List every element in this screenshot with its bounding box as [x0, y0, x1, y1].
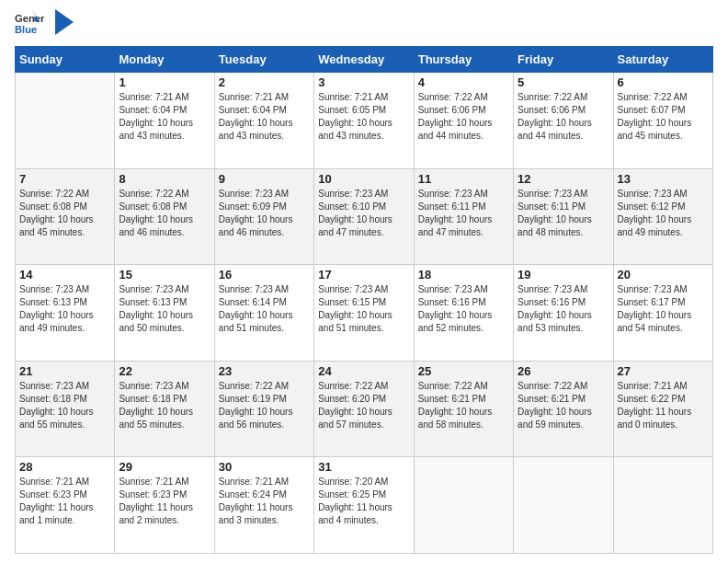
day-number: 17: [318, 268, 409, 282]
week-row-2: 14Sunrise: 7:23 AMSunset: 6:13 PMDayligh…: [16, 265, 713, 362]
svg-marker-3: [55, 9, 74, 35]
day-info: Sunrise: 7:22 AMSunset: 6:20 PMDaylight:…: [318, 380, 409, 431]
day-number: 13: [618, 172, 709, 186]
col-header-wednesday: Wednesday: [314, 47, 414, 73]
day-info: Sunrise: 7:21 AMSunset: 6:22 PMDaylight:…: [618, 380, 709, 431]
day-info: Sunrise: 7:20 AMSunset: 6:25 PMDaylight:…: [318, 476, 409, 527]
day-info: Sunrise: 7:23 AMSunset: 6:16 PMDaylight:…: [518, 283, 609, 335]
calendar-cell: 25Sunrise: 7:22 AMSunset: 6:21 PMDayligh…: [414, 361, 513, 457]
col-header-thursday: Thursday: [414, 47, 513, 73]
calendar-cell: 16Sunrise: 7:23 AMSunset: 6:14 PMDayligh…: [214, 265, 313, 362]
week-row-1: 7Sunrise: 7:22 AMSunset: 6:08 PMDaylight…: [16, 168, 713, 265]
day-number: 2: [219, 75, 310, 89]
day-info: Sunrise: 7:23 AMSunset: 6:14 PMDaylight:…: [219, 283, 310, 335]
day-number: 6: [618, 75, 709, 89]
calendar-cell: 27Sunrise: 7:21 AMSunset: 6:22 PMDayligh…: [613, 361, 712, 457]
day-info: Sunrise: 7:22 AMSunset: 6:21 PMDaylight:…: [518, 380, 609, 431]
calendar-cell: 18Sunrise: 7:23 AMSunset: 6:16 PMDayligh…: [414, 265, 513, 362]
day-number: 24: [318, 364, 409, 378]
day-info: Sunrise: 7:22 AMSunset: 6:21 PMDaylight:…: [418, 380, 509, 431]
day-info: Sunrise: 7:23 AMSunset: 6:18 PMDaylight:…: [119, 380, 210, 431]
day-number: 21: [19, 364, 110, 378]
calendar-cell: [514, 457, 613, 554]
day-info: Sunrise: 7:23 AMSunset: 6:11 PMDaylight:…: [418, 188, 509, 239]
week-row-0: 1Sunrise: 7:21 AMSunset: 6:04 PMDaylight…: [16, 73, 713, 169]
calendar-cell: 12Sunrise: 7:23 AMSunset: 6:11 PMDayligh…: [514, 168, 613, 265]
day-info: Sunrise: 7:22 AMSunset: 6:08 PMDaylight:…: [19, 188, 110, 239]
calendar-page: General Blue SundayMondayTuesdayWednesda…: [0, 0, 728, 563]
day-info: Sunrise: 7:22 AMSunset: 6:06 PMDaylight:…: [518, 91, 609, 143]
day-number: 16: [219, 268, 310, 282]
week-row-4: 28Sunrise: 7:21 AMSunset: 6:23 PMDayligh…: [16, 457, 713, 554]
col-header-sunday: Sunday: [16, 47, 115, 73]
calendar-cell: 30Sunrise: 7:21 AMSunset: 6:24 PMDayligh…: [214, 457, 313, 554]
calendar-cell: 2Sunrise: 7:21 AMSunset: 6:04 PMDaylight…: [214, 73, 313, 169]
day-number: 9: [219, 172, 310, 186]
col-header-tuesday: Tuesday: [214, 47, 313, 73]
day-number: 12: [518, 172, 609, 186]
calendar-cell: 17Sunrise: 7:23 AMSunset: 6:15 PMDayligh…: [314, 265, 414, 362]
day-info: Sunrise: 7:23 AMSunset: 6:11 PMDaylight:…: [518, 188, 609, 239]
day-info: Sunrise: 7:23 AMSunset: 6:10 PMDaylight:…: [318, 188, 409, 239]
day-info: Sunrise: 7:21 AMSunset: 6:24 PMDaylight:…: [219, 476, 310, 527]
day-info: Sunrise: 7:21 AMSunset: 6:23 PMDaylight:…: [119, 476, 210, 527]
day-number: 25: [418, 364, 509, 378]
day-number: 3: [318, 75, 409, 89]
calendar-cell: 26Sunrise: 7:22 AMSunset: 6:21 PMDayligh…: [514, 361, 613, 457]
day-number: 19: [518, 268, 609, 282]
svg-text:General: General: [15, 13, 44, 24]
calendar-cell: 14Sunrise: 7:23 AMSunset: 6:13 PMDayligh…: [16, 265, 115, 362]
day-info: Sunrise: 7:23 AMSunset: 6:16 PMDaylight:…: [418, 283, 509, 335]
day-info: Sunrise: 7:23 AMSunset: 6:18 PMDaylight:…: [19, 380, 110, 431]
col-header-saturday: Saturday: [613, 47, 712, 73]
calendar-cell: 22Sunrise: 7:23 AMSunset: 6:18 PMDayligh…: [115, 361, 214, 457]
day-number: 31: [318, 460, 409, 474]
day-number: 4: [418, 75, 509, 89]
calendar-cell: 3Sunrise: 7:21 AMSunset: 6:05 PMDaylight…: [314, 73, 414, 169]
day-info: Sunrise: 7:21 AMSunset: 6:05 PMDaylight:…: [318, 91, 409, 143]
day-number: 10: [318, 172, 409, 186]
day-info: Sunrise: 7:23 AMSunset: 6:13 PMDaylight:…: [19, 283, 110, 335]
day-info: Sunrise: 7:23 AMSunset: 6:17 PMDaylight:…: [618, 283, 709, 335]
calendar-cell: 13Sunrise: 7:23 AMSunset: 6:12 PMDayligh…: [613, 168, 712, 265]
day-number: 26: [518, 364, 609, 378]
day-info: Sunrise: 7:23 AMSunset: 6:15 PMDaylight:…: [318, 283, 409, 335]
calendar-cell: [16, 73, 115, 169]
svg-text:Blue: Blue: [15, 24, 37, 35]
calendar-cell: 6Sunrise: 7:22 AMSunset: 6:07 PMDaylight…: [613, 73, 712, 169]
calendar-table: SundayMondayTuesdayWednesdayThursdayFrid…: [15, 46, 713, 554]
calendar-cell: 5Sunrise: 7:22 AMSunset: 6:06 PMDaylight…: [514, 73, 613, 169]
day-info: Sunrise: 7:22 AMSunset: 6:06 PMDaylight:…: [418, 91, 509, 143]
col-header-monday: Monday: [115, 47, 214, 73]
day-info: Sunrise: 7:22 AMSunset: 6:08 PMDaylight:…: [119, 188, 210, 239]
logo-arrow-icon: [55, 9, 74, 35]
day-info: Sunrise: 7:22 AMSunset: 6:19 PMDaylight:…: [219, 380, 310, 431]
calendar-cell: 28Sunrise: 7:21 AMSunset: 6:23 PMDayligh…: [16, 457, 115, 554]
day-number: 11: [418, 172, 509, 186]
day-number: 27: [618, 364, 709, 378]
day-number: 8: [119, 172, 210, 186]
calendar-cell: 7Sunrise: 7:22 AMSunset: 6:08 PMDaylight…: [16, 168, 115, 265]
day-info: Sunrise: 7:23 AMSunset: 6:12 PMDaylight:…: [618, 188, 709, 239]
header: General Blue: [15, 9, 713, 39]
day-number: 14: [19, 268, 110, 282]
calendar-cell: 9Sunrise: 7:23 AMSunset: 6:09 PMDaylight…: [214, 168, 313, 265]
logo: General Blue: [15, 9, 74, 39]
day-info: Sunrise: 7:21 AMSunset: 6:04 PMDaylight:…: [119, 91, 210, 143]
day-info: Sunrise: 7:21 AMSunset: 6:04 PMDaylight:…: [219, 91, 310, 143]
day-number: 22: [119, 364, 210, 378]
day-info: Sunrise: 7:21 AMSunset: 6:23 PMDaylight:…: [19, 476, 110, 527]
calendar-cell: 15Sunrise: 7:23 AMSunset: 6:13 PMDayligh…: [115, 265, 214, 362]
calendar-cell: [613, 457, 712, 554]
calendar-body: 1Sunrise: 7:21 AMSunset: 6:04 PMDaylight…: [16, 73, 713, 554]
day-number: 5: [518, 75, 609, 89]
day-number: 28: [19, 460, 110, 474]
day-number: 30: [219, 460, 310, 474]
day-number: 1: [119, 75, 210, 89]
week-row-3: 21Sunrise: 7:23 AMSunset: 6:18 PMDayligh…: [16, 361, 713, 457]
col-header-friday: Friday: [514, 47, 613, 73]
day-number: 29: [119, 460, 210, 474]
day-info: Sunrise: 7:23 AMSunset: 6:09 PMDaylight:…: [219, 188, 310, 239]
day-info: Sunrise: 7:23 AMSunset: 6:13 PMDaylight:…: [119, 283, 210, 335]
calendar-cell: 23Sunrise: 7:22 AMSunset: 6:19 PMDayligh…: [214, 361, 313, 457]
